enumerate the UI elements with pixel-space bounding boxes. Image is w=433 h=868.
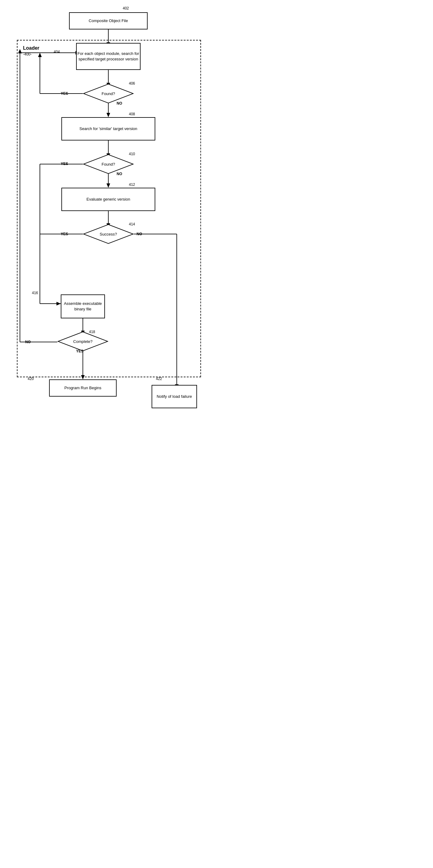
yes-label-success: YES <box>61 232 68 236</box>
loader-title: Loader <box>23 45 39 51</box>
loader-ref: -400- <box>23 52 32 56</box>
yes-label-410: YES <box>61 162 68 166</box>
ref-416: 416 <box>32 291 38 295</box>
search-similar-box: Search for 'similar' target version <box>61 117 155 141</box>
ref-408: 408 <box>129 112 135 116</box>
no-label-410: NO <box>117 172 122 176</box>
success-diamond: Success? <box>83 224 134 244</box>
complete-diamond: Complete? <box>57 331 108 351</box>
ref-402: 402 <box>123 6 129 10</box>
search-processor-box: For each object module, search for speci… <box>76 43 141 70</box>
evaluate-generic-box: Evaluate generic version <box>61 188 155 211</box>
ref-420: 420 <box>28 377 34 381</box>
no-label-406: NO <box>117 101 122 105</box>
found1-diamond: Found? <box>83 84 134 104</box>
ref-412: 412 <box>129 183 135 187</box>
ref-422: 422 <box>156 377 162 381</box>
no-label-complete: NO <box>25 340 31 344</box>
yes-label-406: YES <box>61 91 68 96</box>
assemble-box: Assemble executable binary file <box>61 294 105 318</box>
diagram: 402 Composite Object File Loader -400- 4… <box>0 0 216 434</box>
notify-box: Notify of load failure <box>152 385 197 408</box>
found2-diamond: Found? <box>83 154 134 174</box>
no-label-success: NO <box>137 232 142 236</box>
yes-label-complete: YES <box>76 349 84 353</box>
program-run-box: Program Run Begins <box>49 379 117 397</box>
ref-404: 404 <box>54 50 60 54</box>
composite-object-file-box: Composite Object File <box>69 12 148 29</box>
